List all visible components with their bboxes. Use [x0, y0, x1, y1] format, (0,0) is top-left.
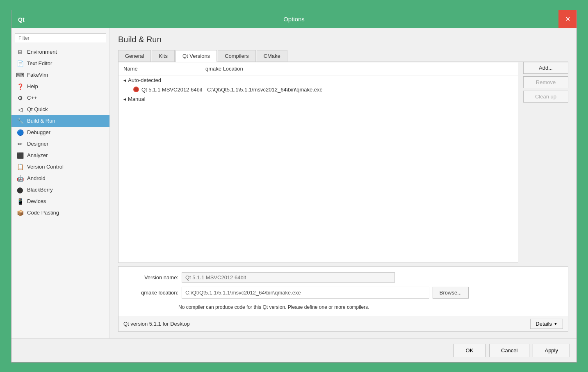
main-content: 🖥 Environment 📄 Text Editor ⌨ FakeVim ❓ …	[11, 28, 577, 338]
sidebar-item-label: Build & Run	[27, 118, 55, 124]
sidebar-item-help[interactable]: ❓ Help	[11, 81, 109, 92]
window-title: Options	[283, 16, 305, 23]
sidebar-item-label: Text Editor	[27, 60, 52, 66]
sidebar-item-devices[interactable]: 📱 Devices	[11, 196, 109, 207]
sidebar-item-label: Version Control	[27, 164, 64, 170]
sidebar-item-label: FakeVim	[27, 72, 48, 78]
chevron-down-icon: ▼	[554, 322, 558, 326]
sidebar-item-build-run[interactable]: 🔧 Build & Run	[11, 115, 109, 127]
browse-button[interactable]: Browse...	[433, 287, 469, 299]
collapse-icon: ◂	[123, 77, 126, 83]
sidebar-item-qt-quick[interactable]: ◁ Qt Quick	[11, 104, 109, 115]
sidebar: 🖥 Environment 📄 Text Editor ⌨ FakeVim ❓ …	[11, 28, 110, 338]
version-location-cell: C:\Qt\Qt5.1.1\5.1.1\msvc2012_64\bin\qmak…	[207, 87, 323, 93]
sidebar-item-label: Designer	[27, 141, 48, 147]
code-pasting-icon: 📦	[16, 209, 24, 217]
build-run-icon: 🔧	[16, 117, 24, 125]
analyzer-icon: ⬛	[16, 152, 24, 159]
sidebar-item-label: Analyzer	[27, 152, 48, 158]
blackberry-icon: ⬤	[16, 186, 24, 194]
page-title: Build & Run	[118, 35, 568, 44]
sidebar-item-version-control[interactable]: 📋 Version Control	[11, 161, 109, 173]
qmake-location-row: qmake location: Browse...	[125, 287, 561, 299]
warning-text: No compiler can produce code for this Qt…	[125, 303, 561, 310]
titlebar: Qt Options ✕	[11, 10, 577, 28]
sidebar-item-label: Qt Quick	[27, 106, 48, 112]
tree-group-auto-detected[interactable]: ◂ Auto-detected	[119, 75, 518, 85]
sidebar-item-label: Devices	[27, 198, 46, 204]
details-btn-label: Details	[536, 321, 552, 327]
close-button[interactable]: ✕	[558, 10, 577, 28]
status-bar: Qt version 5.1.1 for Desktop Details ▼	[118, 316, 568, 332]
tab-compilers[interactable]: Compilers	[218, 50, 256, 62]
help-icon: ❓	[16, 83, 24, 90]
sidebar-item-label: Debugger	[27, 129, 50, 135]
btn-panel: Add... Remove Clean up	[523, 62, 568, 263]
details-panel: Version name: qmake location: Browse... …	[118, 266, 568, 316]
col-name-header: Name	[123, 66, 205, 72]
qmake-location-group: Browse...	[182, 287, 469, 299]
status-text: Qt version 5.1.1 for Desktop	[123, 321, 190, 327]
sidebar-item-label: Help	[27, 83, 38, 89]
group-label: Manual	[128, 96, 146, 102]
ok-button[interactable]: OK	[453, 344, 486, 357]
version-name-input[interactable]	[182, 272, 395, 283]
qmake-location-input[interactable]	[182, 287, 429, 299]
sidebar-item-cpp[interactable]: ⚙ C++	[11, 92, 109, 104]
version-control-icon: 📋	[16, 163, 24, 171]
error-indicator	[133, 87, 139, 92]
main-panel: Build & Run GeneralKitsQt VersionsCompil…	[110, 28, 577, 338]
version-name-cell: Qt 5.1.1 MSVC2012 64bit	[141, 87, 207, 93]
svg-text:Qt: Qt	[18, 16, 25, 23]
sidebar-item-label: Android	[27, 175, 46, 181]
remove-button[interactable]: Remove	[523, 76, 568, 88]
sidebar-item-blackberry[interactable]: ⬤ BlackBerry	[11, 184, 109, 196]
tree-group-manual[interactable]: ◂ Manual	[119, 94, 518, 104]
add-button[interactable]: Add...	[523, 62, 568, 74]
cleanup-button[interactable]: Clean up	[523, 91, 568, 103]
versions-panel: Name qmake Location ◂ Auto-detected Qt 5…	[118, 62, 518, 263]
tab-content: Name qmake Location ◂ Auto-detected Qt 5…	[118, 62, 568, 332]
tab-qt-versions[interactable]: Qt Versions	[175, 50, 217, 62]
sidebar-item-label: BlackBerry	[27, 187, 53, 193]
sidebar-item-analyzer[interactable]: ⬛ Analyzer	[11, 150, 109, 161]
tab-general[interactable]: General	[118, 50, 151, 62]
apply-button[interactable]: Apply	[533, 344, 570, 357]
qt-quick-icon: ◁	[16, 106, 24, 113]
sidebar-item-designer[interactable]: ✏ Designer	[11, 138, 109, 150]
tabs-bar: GeneralKitsQt VersionsCompilersCMake	[118, 50, 568, 62]
sidebar-item-text-editor[interactable]: 📄 Text Editor	[11, 58, 109, 69]
debugger-icon: 🔵	[16, 129, 24, 136]
tab-kits[interactable]: Kits	[152, 50, 175, 62]
col-location-header: qmake Location	[205, 66, 513, 72]
versions-header: Name qmake Location	[119, 62, 518, 75]
options-window: Qt Options ✕ 🖥 Environment 📄 Text Editor…	[11, 10, 577, 363]
designer-icon: ✏	[16, 140, 24, 148]
sidebar-item-label: Code Pasting	[27, 210, 59, 216]
sidebar-item-code-pasting[interactable]: 📦 Code Pasting	[11, 207, 109, 219]
sidebar-item-environment[interactable]: 🖥 Environment	[11, 46, 109, 58]
qmake-location-label: qmake location:	[125, 290, 178, 296]
environment-icon: 🖥	[16, 48, 24, 56]
versions-panel-row: Name qmake Location ◂ Auto-detected Qt 5…	[118, 62, 568, 263]
fakevim-icon: ⌨	[16, 71, 24, 79]
group-label: Auto-detected	[128, 77, 161, 83]
text-editor-icon: 📄	[16, 60, 24, 67]
tab-cmake[interactable]: CMake	[257, 50, 287, 62]
qt-logo: Qt	[16, 14, 28, 25]
sidebar-item-label: Environment	[27, 49, 57, 55]
cancel-button[interactable]: Cancel	[489, 344, 529, 357]
footer: OK Cancel Apply	[11, 338, 577, 362]
sidebar-item-android[interactable]: 🤖 Android	[11, 173, 109, 184]
filter-input[interactable]	[15, 33, 106, 43]
tree-item[interactable]: Qt 5.1.1 MSVC2012 64bit C:\Qt\Qt5.1.1\5.…	[119, 85, 518, 94]
collapse-icon: ◂	[123, 96, 126, 102]
sidebar-item-label: C++	[27, 95, 37, 101]
sidebar-item-debugger[interactable]: 🔵 Debugger	[11, 127, 109, 138]
version-name-row: Version name:	[125, 272, 561, 283]
sidebar-item-fakevim[interactable]: ⌨ FakeVim	[11, 69, 109, 81]
devices-icon: 📱	[16, 198, 24, 205]
version-name-label: Version name:	[125, 274, 178, 281]
details-dropdown-button[interactable]: Details ▼	[530, 319, 563, 329]
cpp-icon: ⚙	[16, 94, 24, 102]
